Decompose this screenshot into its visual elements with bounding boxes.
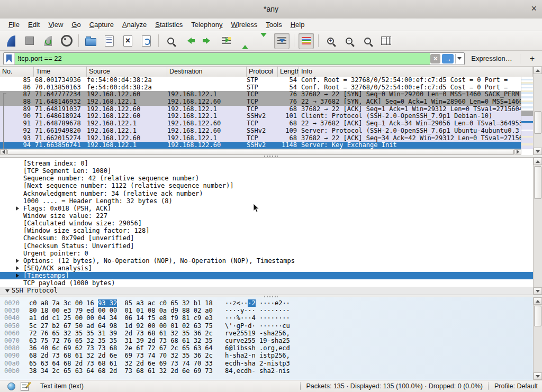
tree-item[interactable]: SSH Protocol xyxy=(0,287,533,294)
menu-file[interactable]: File xyxy=(4,20,24,30)
column-header-length[interactable]: Length xyxy=(278,67,299,77)
expand-right-icon[interactable] xyxy=(16,266,21,270)
scroll-down-icon[interactable] xyxy=(534,287,542,295)
expert-info-icon[interactable] xyxy=(7,382,15,390)
bytes-vscrollbar[interactable] xyxy=(533,297,542,380)
filter-input[interactable]: !tcp.port == 22 xyxy=(15,53,430,65)
tree-item[interactable]: [Timestamps] xyxy=(0,272,533,279)
capture-comment-icon[interactable] xyxy=(21,382,29,391)
table-row[interactable]: 8871.648146932192.168.122.1192.168.122.6… xyxy=(0,98,521,106)
menu-capture[interactable]: Capture xyxy=(85,20,118,30)
packet-list-vscrollbar[interactable] xyxy=(533,67,542,155)
tree-item[interactable]: 1000 .... = Header Length: 32 bytes (8) xyxy=(0,197,533,205)
tree-item[interactable]: Options: (12 bytes), No-Operation (NOP),… xyxy=(0,257,533,265)
zoom-in-button[interactable]: + xyxy=(323,33,338,49)
scroll-up-icon[interactable] xyxy=(534,297,542,305)
tree-item[interactable]: Sequence number: 42 (relative sequence n… xyxy=(0,175,533,182)
first-packet-button[interactable] xyxy=(237,33,252,49)
table-row[interactable]: 8971.648191037192.168.122.60192.168.122.… xyxy=(0,106,521,113)
column-header-time[interactable]: Time xyxy=(34,67,87,77)
menu-telephony[interactable]: Telephony xyxy=(187,20,227,30)
tree-item[interactable]: [SEQ/ACK analysis] xyxy=(0,265,533,272)
column-header-protocol[interactable]: Protocol xyxy=(247,67,278,77)
scroll-right-icon[interactable] xyxy=(514,149,521,154)
scrollbar-thumb[interactable] xyxy=(534,111,541,134)
tree-item[interactable]: [Checksum Status: Unverified] xyxy=(0,242,533,250)
hex-row[interactable]: 009068 2d 73 68 61 32 2d 6e 69 73 74 70 … xyxy=(4,352,533,359)
menu-statistics[interactable]: Statistics xyxy=(151,20,187,30)
table-row[interactable]: 9371.662015274192.168.122.60192.168.122.… xyxy=(0,135,521,142)
table-row[interactable]: 9071.648618924192.168.122.60192.168.122.… xyxy=(0,113,521,120)
close-window-icon[interactable]: × xyxy=(531,3,537,14)
tree-item[interactable]: TCP payload (1080 bytes) xyxy=(0,279,533,287)
start-capture-button[interactable] xyxy=(3,33,19,49)
column-header-info[interactable]: Info xyxy=(299,67,533,77)
scrollbar-thumb[interactable] xyxy=(7,150,514,155)
table-row[interactable]: 8568.001734936fe:54:00:d4:38:2aSTP54Conf… xyxy=(0,77,521,84)
filter-history-dropdown[interactable] xyxy=(455,54,463,63)
filter-bookmark-button[interactable] xyxy=(4,53,15,65)
tree-item[interactable]: Urgent pointer: 0 xyxy=(0,250,533,257)
table-row[interactable]: 8771.647777234192.168.122.60192.168.122.… xyxy=(0,91,521,98)
column-header-no[interactable]: No. xyxy=(0,67,34,77)
filter-clear-button[interactable]: × xyxy=(430,54,440,63)
scroll-left-icon[interactable] xyxy=(0,149,7,154)
table-row[interactable]: 9271.661949820192.168.122.1192.168.122.6… xyxy=(0,127,521,135)
hex-row[interactable]: 006072 76 65 32 35 35 31 39 2d 73 68 61 … xyxy=(4,330,533,337)
filter-apply-button[interactable]: → xyxy=(442,54,454,63)
capture-options-button[interactable] xyxy=(59,33,74,49)
find-packet-button[interactable] xyxy=(163,33,178,49)
resize-columns-button[interactable] xyxy=(378,33,394,49)
tree-item[interactable]: [Next sequence number: 1122 (relative se… xyxy=(0,182,533,189)
scrollbar-thumb[interactable] xyxy=(534,166,541,199)
auto-scroll-button[interactable] xyxy=(274,33,290,49)
profile-text[interactable]: Profile: Default xyxy=(494,382,542,390)
tree-item[interactable]: [Stream index: 0] xyxy=(0,160,533,167)
open-file-button[interactable] xyxy=(83,33,98,49)
colorize-packets-button[interactable] xyxy=(299,33,314,49)
details-vscrollbar[interactable] xyxy=(533,158,542,295)
column-header-source[interactable]: Source xyxy=(87,67,167,77)
go-to-packet-button[interactable] xyxy=(219,33,234,49)
expression-button[interactable]: Expression… xyxy=(471,54,512,62)
hex-row[interactable]: 003080 18 00 e3 79 ed 00 00 01 01 08 0a … xyxy=(4,307,533,314)
tree-item[interactable]: [Window size scaling factor: 128] xyxy=(0,227,533,234)
next-packet-button[interactable] xyxy=(200,33,215,49)
expand-right-icon[interactable] xyxy=(16,274,21,278)
menu-view[interactable]: View xyxy=(44,20,67,30)
menu-tools[interactable]: Tools xyxy=(261,20,286,30)
packet-list-hscrollbar[interactable] xyxy=(0,149,521,155)
intelligent-scrollbar-minimap[interactable] xyxy=(521,77,533,149)
display-filter-field[interactable]: !tcp.port == 22 × → xyxy=(3,52,465,65)
menu-help[interactable]: Help xyxy=(286,20,309,30)
table-row[interactable]: 8670.013850163fe:54:00:d4:38:2aSTP54Conf… xyxy=(0,84,521,92)
zoom-out-button[interactable]: − xyxy=(341,33,357,49)
menu-go[interactable]: Go xyxy=(67,20,85,30)
menu-wireless[interactable]: Wireless xyxy=(227,20,262,30)
tree-item[interactable]: Acknowledgment number: 34 (relative ack … xyxy=(0,190,533,197)
menu-edit[interactable]: Edit xyxy=(24,20,44,30)
tree-item[interactable]: [Calculated window size: 29056] xyxy=(0,220,533,227)
scroll-up-icon[interactable] xyxy=(534,67,542,74)
expand-right-icon[interactable] xyxy=(16,259,21,263)
scrollbar-thumb[interactable] xyxy=(534,306,541,326)
previous-packet-button[interactable] xyxy=(182,33,197,49)
stop-capture-button[interactable] xyxy=(22,33,37,49)
add-filter-button[interactable]: + xyxy=(526,54,539,63)
tree-item[interactable]: Flags: 0x018 (PSH, ACK) xyxy=(0,205,533,212)
last-packet-button[interactable] xyxy=(256,33,271,49)
expand-right-icon[interactable] xyxy=(16,206,21,211)
menu-analyze[interactable]: Analyze xyxy=(118,20,151,30)
hex-row[interactable]: 00505c 27 b2 67 50 ad 64 98 1d 92 00 00 … xyxy=(4,322,533,330)
tree-item[interactable]: Window size value: 227 xyxy=(0,212,533,220)
zoom-reset-button[interactable]: = xyxy=(360,33,375,49)
column-header-destination[interactable]: Destination xyxy=(167,67,247,77)
table-row[interactable]: 9471.663856741192.168.122.1192.168.122.6… xyxy=(0,142,521,149)
save-file-button[interactable] xyxy=(102,33,117,49)
hex-row[interactable]: 008036 40 6c 69 62 73 73 68 2e 6f 72 67 … xyxy=(4,344,533,352)
hex-row[interactable]: 0020c0 a8 7a 3c 00 16 93 32 85 a3 ac c0 … xyxy=(4,299,533,307)
scroll-down-icon[interactable] xyxy=(534,372,542,380)
hex-row[interactable]: 0040a1 dd c1 25 00 00 04 34 06 14 f5 e8 … xyxy=(4,314,533,322)
scroll-down-icon[interactable] xyxy=(534,148,542,155)
hex-row[interactable]: 007063 75 72 76 65 32 35 35 31 39 2d 73 … xyxy=(4,337,533,344)
